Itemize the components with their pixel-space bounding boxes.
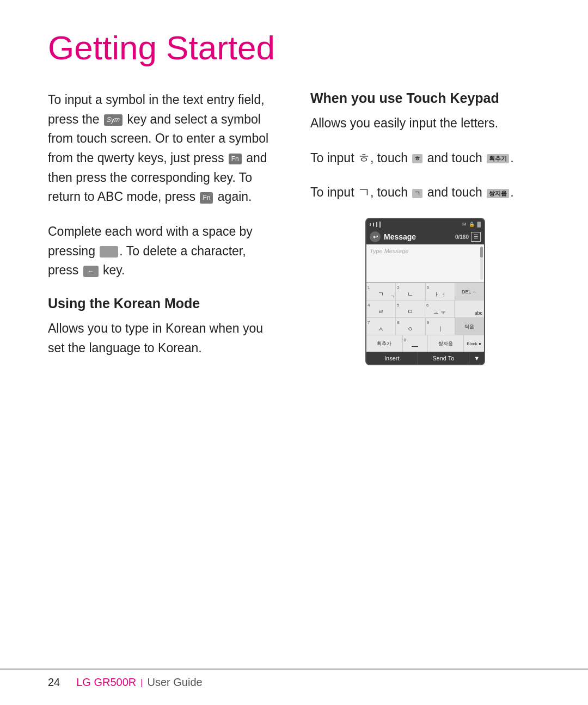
keyboard-row-1: 1 ㄱ ㄱ 2 ㄴ 3 ㅏ ㅓ DEL [366, 283, 484, 300]
hwaek-label: 획추가 [377, 340, 391, 347]
phone-back-button[interactable]: ↩ [370, 231, 381, 242]
phone-menu-button[interactable]: ☰ [471, 232, 481, 242]
footer-guide: User Guide [147, 676, 202, 689]
phone-status-icons: ✉ 🔒 ▓ [462, 222, 481, 227]
intro-paragraph: To input a symbol in the text entry fiel… [48, 90, 278, 207]
phone-input-area[interactable]: Type Message [366, 244, 484, 283]
phone-bottom-bar: Insert Send To ▼ [366, 352, 484, 364]
key-ssang[interactable]: 쌍자음 [428, 335, 464, 352]
key-7[interactable]: 7 ㅅ [366, 318, 396, 335]
abc-label: abc [474, 310, 482, 316]
footer-brand: LG GR500R [76, 676, 136, 689]
back-key: ← [83, 266, 99, 277]
para2-key2: 획추기 [487, 154, 509, 163]
para2-key1: ㅎ [412, 154, 422, 163]
send-to-button[interactable]: Send To [418, 352, 470, 364]
korean-mode-text: Allows you to type in Korean when you se… [48, 319, 278, 358]
key-1-sub: ㄱ [390, 294, 394, 299]
para3-key1: ㄱ [412, 189, 422, 198]
key-del[interactable]: DEL ← [455, 283, 484, 300]
para3-pre: To input ㄱ, touch [310, 185, 411, 199]
keyboard-row-4: 획추가 0 — 쌍자음 Block ● [366, 335, 484, 352]
message-icon: ✉ [462, 222, 467, 227]
key-5[interactable]: 5 ㅁ [396, 301, 425, 317]
para3-end: . [510, 185, 513, 199]
del-label: DEL [462, 289, 471, 295]
phone-header: ↩ Message 0/160 ☰ [366, 230, 484, 244]
phone-scrollbar[interactable] [480, 247, 483, 280]
key-0[interactable]: 0 — [403, 335, 428, 352]
right-column: When you use Touch Keypad Allows you eas… [310, 90, 540, 365]
touch-keypad-heading: When you use Touch Keypad [310, 90, 540, 106]
key-word[interactable]: 딕음 [455, 318, 484, 335]
key-3[interactable]: 3 ㅏ ㅓ [426, 283, 455, 300]
phone-keyboard: 1 ㄱ ㄱ 2 ㄴ 3 ㅏ ㅓ DEL [366, 283, 484, 352]
para2-end: . [510, 151, 513, 165]
key-9[interactable]: 9 ㅣ [426, 318, 455, 335]
touch-keypad-para3: To input ㄱ, touch ㄱ and touch 쌍지웁. [310, 183, 540, 203]
space-key [100, 246, 118, 258]
touch-keypad-para1: Allows you easily input the letters. [310, 114, 540, 133]
key-1[interactable]: 1 ㄱ ㄱ [366, 283, 396, 300]
phone-signal [370, 222, 381, 228]
battery-icon: ▓ [477, 222, 481, 227]
page-title: Getting Started [48, 29, 540, 66]
fn-key-2: Fn [200, 192, 213, 204]
key-8[interactable]: 8 ㅇ [396, 318, 425, 335]
word-label: 딕음 [464, 323, 474, 330]
del-icon: ← [473, 289, 477, 295]
ssang-label: 쌍자음 [438, 340, 453, 347]
intro-text-4: again. [214, 189, 252, 204]
key-abc[interactable]: abc [455, 301, 484, 317]
page-footer: 24 LG GR500R | User Guide [0, 669, 588, 689]
space-paragraph: Complete each word with a space by press… [48, 222, 278, 280]
fn-key-1: Fn [229, 154, 242, 165]
key-2[interactable]: 2 ㄴ [396, 283, 425, 300]
para2-pre: To input ㅎ, touch [310, 151, 411, 165]
para3-key2: 쌍지웁 [487, 189, 509, 198]
page-number: 24 [48, 676, 60, 689]
phone-mockup: ✉ 🔒 ▓ ↩ Message 0/160 ☰ Type Message [365, 218, 485, 365]
phone-scrollbar-thumb [480, 247, 483, 258]
footer-separator: | [140, 678, 143, 688]
key-hwaek[interactable]: 획추가 [366, 335, 403, 352]
insert-button[interactable]: Insert [366, 352, 418, 364]
more-button[interactable]: ▼ [469, 352, 484, 364]
key-block[interactable]: Block ● [464, 335, 484, 352]
touch-keypad-para2: To input ㅎ, touch ㅎ and touch 획추기. [310, 149, 540, 168]
key-6[interactable]: 6 ㅗ ㅜ [425, 301, 455, 317]
phone-status-bar: ✉ 🔒 ▓ [366, 219, 484, 230]
phone-header-title: Message [384, 232, 455, 241]
block-label: Block ● [467, 341, 481, 346]
sym-key: Sym [104, 114, 122, 126]
para3-mid: and touch [424, 185, 486, 199]
lock-icon: 🔒 [469, 222, 475, 227]
phone-input-placeholder: Type Message [370, 248, 481, 254]
space-text-3: key. [100, 263, 125, 277]
key-4[interactable]: 4 ㄹ [366, 301, 396, 317]
keyboard-row-3: 7 ㅅ 8 ㅇ 9 ㅣ 딕음 [366, 317, 484, 335]
korean-mode-heading: Using the Korean Mode [48, 296, 278, 311]
left-column: To input a symbol in the text entry fiel… [48, 90, 278, 373]
phone-char-count: 0/160 [455, 234, 469, 240]
para2-mid: and touch [424, 151, 486, 165]
keyboard-row-2: 4 ㄹ 5 ㅁ 6 ㅗ ㅜ abc [366, 300, 484, 317]
